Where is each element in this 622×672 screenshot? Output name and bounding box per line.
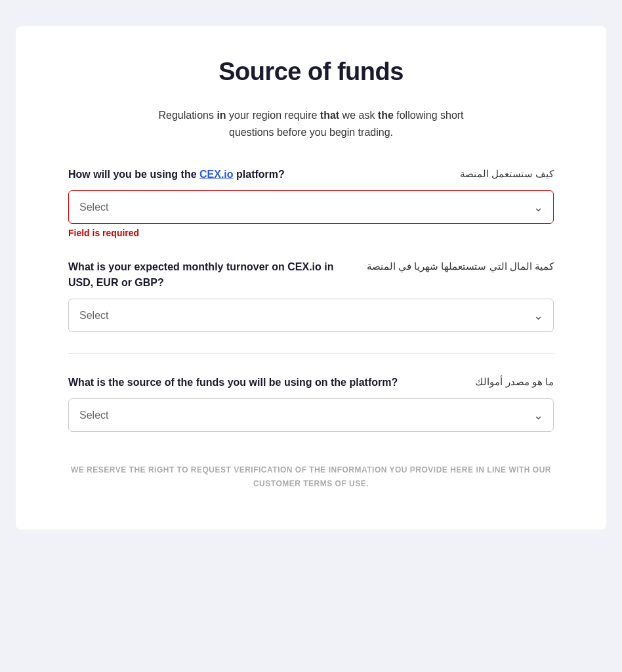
platform-usage-question-row: How will you be using the CEX.io platfor… — [68, 167, 554, 182]
platform-usage-error: Field is required — [68, 228, 554, 238]
subtitle-text: Regulations in your region require that … — [158, 110, 463, 138]
source-of-funds-label: What is the source of the funds you will… — [68, 375, 465, 390]
monthly-turnover-section: What is your expected monthly turnover o… — [68, 259, 554, 332]
divider — [68, 353, 554, 354]
platform-usage-label-pre: How will you be using the — [68, 169, 199, 180]
source-of-funds-question-row: What is the source of the funds you will… — [68, 375, 554, 390]
platform-usage-select-wrapper: Select Trading Investment Personal use ⌄ — [68, 190, 554, 224]
platform-usage-arabic: كيف ستستعمل المنصة — [460, 167, 554, 182]
platform-usage-select[interactable]: Select Trading Investment Personal use — [68, 190, 554, 224]
main-container: Source of funds Regulations in your regi… — [16, 26, 606, 530]
subtitle: Regulations in your region require that … — [114, 107, 508, 140]
source-of-funds-section: What is the source of the funds you will… — [68, 375, 554, 432]
cex-link-1[interactable]: CEX.io — [199, 169, 234, 180]
monthly-turnover-select-wrapper: Select Less than $1,000 $1,000 - $10,000… — [68, 299, 554, 332]
monthly-turnover-select[interactable]: Select Less than $1,000 $1,000 - $10,000… — [68, 299, 554, 332]
platform-usage-section: How will you be using the CEX.io platfor… — [68, 167, 554, 238]
footer-text: WE RESERVE THE RIGHT TO REQUEST VERIFICA… — [68, 463, 554, 490]
source-of-funds-select[interactable]: Select Salary Business income Savings In… — [68, 398, 554, 432]
platform-usage-label-post: platform? — [234, 169, 285, 180]
page-title: Source of funds — [68, 58, 554, 86]
platform-usage-label: How will you be using the CEX.io platfor… — [68, 167, 449, 182]
monthly-turnover-question-row: What is your expected monthly turnover o… — [68, 259, 554, 291]
source-of-funds-select-wrapper: Select Salary Business income Savings In… — [68, 398, 554, 432]
monthly-turnover-label-text: What is your expected monthly turnover o… — [68, 261, 334, 288]
monthly-turnover-label: What is your expected monthly turnover o… — [68, 259, 356, 291]
source-of-funds-arabic: ما هو مصدر أموالك — [475, 375, 554, 390]
monthly-turnover-arabic: كمية المال التي ستستعملها شهريا في المنص… — [367, 259, 554, 274]
source-of-funds-label-text: What is the source of the funds you will… — [68, 377, 398, 388]
